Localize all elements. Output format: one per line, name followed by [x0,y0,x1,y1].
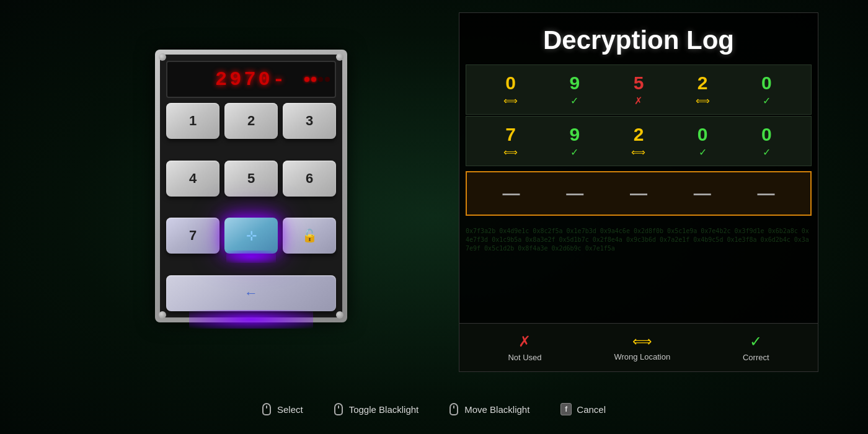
mouse-toggle-icon [334,403,343,415]
mouse-move-icon [450,403,458,415]
display-indicators [304,77,330,82]
digit-1-3: 5 [634,73,644,94]
key-lock[interactable]: 🔓 [283,218,336,254]
key-f-icon: f [560,403,572,415]
digit-1-5: 0 [761,73,772,94]
digit-2-1: 7 [505,124,516,145]
key-1[interactable]: 1 [166,103,219,139]
log-rows: 0 ⟺ 9 ✓ 5 ✗ 2 ⟺ 0 ✓ 7 ⟺ [459,64,818,166]
legend-wrong-location: ⟺ Wrong Location [614,334,670,361]
key-6[interactable]: 6 [283,161,336,197]
active-dash-3: — [630,184,647,203]
log-cell-1-2: 9 ✓ [550,73,600,107]
active-dash-1: — [502,184,520,203]
log-active-row: — — — — — [466,171,812,216]
digit-2-2: 9 [569,124,580,145]
symbol-2-4: ✓ [699,146,707,158]
wrong-location-icon: ⟺ [632,334,652,350]
log-row-2: 7 ⟺ 9 ✓ 2 ⟺ 0 ✓ 0 ✓ [466,116,812,166]
digit-1-2: 9 [569,73,580,94]
log-cell-2-2: 9 ✓ [550,124,600,158]
log-cell-1-1: 0 ⟺ [486,73,536,107]
select-label: Select [277,404,303,415]
digit-1-1: 0 [505,73,516,94]
log-cell-2-5: 0 ✓ [742,124,791,158]
symbol-2-1: ⟺ [503,146,518,158]
correct-label: Correct [743,353,769,362]
legend-not-used: ✗ Not Used [508,333,541,362]
control-cancel: f Cancel [560,403,606,415]
indicator-3 [318,77,323,82]
log-cell-2-4: 0 ✓ [678,124,727,158]
cancel-label: Cancel [577,404,606,415]
action-row: ← [166,275,336,311]
log-cell-2-1: 7 ⟺ [486,124,536,158]
wrong-location-label: Wrong Location [614,352,670,361]
symbol-1-2: ✓ [570,95,578,107]
symbol-2-2: ✓ [570,146,578,158]
symbol-1-3: ✗ [634,95,642,107]
active-dash-2: — [566,184,583,203]
digit-2-5: 0 [761,124,772,145]
mouse-select-icon [262,403,271,415]
indicator-4 [325,77,330,82]
symbol-1-5: ✓ [763,95,771,107]
log-legend: ✗ Not Used ⟺ Wrong Location ✓ Correct [459,323,818,371]
log-bg-text-content: 0x7f3a2b 0x4d9e1c 0x8c2f5a 0x1e7b3d 0x9a… [466,227,812,253]
keypad-inner: 2970- 1 2 3 4 5 6 7 ⊹ 🔓 [160,55,342,317]
active-dash-5: — [758,184,775,203]
correct-icon: ✓ [750,333,762,350]
control-move-blacklight: Move Blacklight [450,403,529,415]
screw-br [336,311,343,319]
digit-1-4: 2 [698,73,708,94]
fingerprint-icon: ⊹ [246,228,257,243]
screw-tr [336,53,343,61]
screw-bl [159,311,166,319]
active-dash-4: — [694,184,711,203]
control-toggle-blacklight: Toggle Blacklight [334,403,419,415]
key-5[interactable]: 5 [224,161,278,197]
toggle-blacklight-label: Toggle Blacklight [349,404,419,415]
keypad-display: 2970- [166,61,336,98]
keypad-grid: 1 2 3 4 5 6 7 ⊹ 🔓 [166,103,336,270]
digit-2-4: 0 [698,124,708,145]
move-blacklight-label: Move Blacklight [464,404,529,415]
screw-tl [159,53,166,61]
key-2[interactable]: 2 [224,103,278,139]
keypad-panel: 2970- 1 2 3 4 5 6 7 ⊹ 🔓 [155,50,347,322]
log-cell-1-4: 2 ⟺ [678,73,727,107]
key-7[interactable]: 7 [166,218,219,254]
indicator-2 [311,77,316,82]
key-4[interactable]: 4 [166,161,219,197]
digit-2-3: 2 [634,124,644,145]
log-background-text: 0x7f3a2b 0x4d9e1c 0x8c2f5a 0x1e7b3d 0x9a… [459,221,818,323]
display-value: 2970- [215,68,287,91]
key-3[interactable]: 3 [283,103,336,139]
indicator-1 [304,77,309,82]
log-row-1: 0 ⟺ 9 ✓ 5 ✗ 2 ⟺ 0 ✓ [466,64,812,115]
symbol-2-5: ✓ [763,146,771,158]
key-back[interactable]: ← [166,275,336,311]
symbol-1-1: ⟺ [503,95,518,107]
not-used-icon: ✗ [518,333,531,350]
back-arrow-icon: ← [244,285,258,301]
bottom-controls: Select Toggle Blacklight Move Blacklight… [0,403,868,415]
symbol-2-3: ⟺ [631,146,645,158]
key-fingerprint[interactable]: ⊹ [224,218,278,254]
log-cell-1-5: 0 ✓ [742,73,791,107]
not-used-label: Not Used [508,353,541,362]
decryption-log-panel: Decryption Log 0 ⟺ 9 ✓ 5 ✗ 2 ⟺ 0 ✓ [459,12,818,372]
log-cell-2-3: 2 ⟺ [614,124,663,158]
control-select: Select [262,403,303,415]
symbol-1-4: ⟺ [696,95,710,107]
legend-correct: ✓ Correct [743,333,769,362]
log-cell-1-3: 5 ✗ [614,73,663,107]
fingerprint-glow [226,250,276,263]
log-title: Decryption Log [459,13,818,64]
